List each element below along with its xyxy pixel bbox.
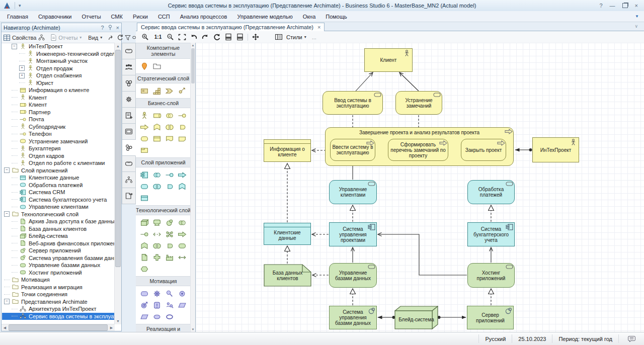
menu-item-9[interactable]: Окна [298,12,321,21]
scroll-up-icon[interactable]: ▲ [115,43,121,49]
palette-section-header[interactable]: Композитные элементы [136,43,191,59]
diagram-node-subd[interactable]: Система управления базами данных [329,306,377,329]
palette-item-comp-b[interactable] [138,169,150,181]
strip-circles-icon[interactable] [122,75,136,92]
tree-item[interactable]: +Отдел снабжения [2,72,115,79]
menu-item-6[interactable]: ССП [153,12,175,21]
palette-item-require-m[interactable] [163,299,176,311]
redo-button[interactable] [200,32,211,42]
tab-diagram[interactable]: Сервис ввода системы в эксплуатацию (Пре… [137,23,325,31]
tree-item[interactable]: Устранение замечаний [2,138,115,145]
tree-item[interactable]: Блейд-система [2,232,115,240]
diagram-node-p1[interactable]: Ввести систему в эксплуатацию [330,139,375,161]
palette-item-object-b[interactable] [138,192,150,204]
diagram-node-upr-kl[interactable]: Управление клиентами [329,180,377,204]
palette-item-servd-b[interactable] [163,181,176,192]
palette-section-header[interactable]: Слой приложений [136,157,191,167]
menu-overflow-dropdown-icon[interactable]: ▼ [635,14,644,19]
diagram-node-info[interactable]: Информация о клиенте [264,139,311,162]
diagram-node-bd-kl[interactable]: База данных клиентов [264,264,311,287]
diagram-node-p3[interactable]: Закрыть проект [461,139,506,161]
export-png-button[interactable] [234,32,246,42]
palette-item-constraint-m[interactable] [176,299,188,311]
scroll-down-icon[interactable]: ▼ [191,327,195,332]
palette-item-node-g[interactable] [138,217,150,228]
scroll-right-icon[interactable]: ▶ [108,324,115,331]
scroll-up-icon[interactable]: ▲ [191,43,195,48]
palette-item-driver-m[interactable] [150,288,163,299]
fit-screen-button[interactable] [177,32,188,42]
palette-item-object-y[interactable] [150,133,163,144]
palette-section-header[interactable]: Реализация и миграция [136,324,191,332]
palette-item-actor-y[interactable] [138,110,150,121]
menu-item-4[interactable]: СМК [106,12,128,21]
tree-item[interactable]: Управление базами данных [2,262,115,269]
diagram-node-p2[interactable]: Сформировать перечень замечаний по проек… [388,139,448,161]
diagram-node-blade[interactable]: Блейд-система [394,306,438,329]
palette-item-func-b[interactable] [176,181,188,192]
tree-item[interactable]: Сервис ввода системы в эксплуатаци [2,313,115,320]
palette-item-servd-g[interactable] [163,240,176,251]
navigator-help-icon[interactable]: ? [101,25,104,31]
tree-item[interactable]: −Технологический слой [2,211,115,218]
palette-section-header[interactable]: Бизнес-слой [136,98,191,108]
palette-item-location-o[interactable] [138,60,150,72]
diagram-node-client[interactable]: Клиент [364,48,413,72]
tree-item[interactable]: −ИнТехПроект [2,43,115,50]
palette-item-syssoft-g[interactable] [163,217,176,228]
zoom-actual-button[interactable]: 1:1 [151,32,165,42]
style-list-button[interactable] [273,32,284,42]
strip-gear-icon[interactable] [122,92,136,108]
palette-item-meaning-y[interactable] [176,133,188,144]
tree-item[interactable]: Телефон [2,130,115,138]
palette-item-repr-y[interactable] [163,133,176,144]
tree-expand-icon[interactable]: + [19,65,25,71]
palette-item-collab-g[interactable] [176,217,188,228]
language-indicator[interactable]: Русский [478,334,512,343]
refresh-icon[interactable] [117,34,123,41]
tree-item[interactable]: Инженерно-технический отдел [2,50,115,58]
palette-item-interact-g[interactable] [150,240,163,251]
palette-item-device-g[interactable] [150,217,163,228]
styles-button[interactable]: Стили [285,34,304,40]
diagram-node-host[interactable]: Хостинг приложений [467,263,515,288]
tree-item[interactable]: Юрист [2,79,115,87]
diagram-node-svc-vvod[interactable]: Ввод системы в эксплуатацию [323,91,383,115]
tree-item[interactable]: Клиент [2,94,115,102]
palette-item-assess-m[interactable] [163,288,176,299]
palette-scrollbar[interactable]: ▲ ▼ [190,43,195,332]
date-indicator[interactable]: 25.10.2023 [512,334,552,343]
tree-item[interactable]: +Отдел продаж [2,65,115,72]
navigator-pin-icon[interactable] [108,25,112,30]
tree-item[interactable]: Партнер [2,109,115,116]
palette-item-material-g[interactable] [138,263,150,275]
tree-item[interactable]: Монтажный участок [2,57,115,65]
tree-item[interactable]: Клиентские данные [2,174,115,182]
palette-item-facility-g[interactable] [163,251,176,263]
help-button[interactable]: ? [599,3,602,9]
tree-item[interactable]: Архив Java доступа к базе данных [2,218,115,225]
refresh-button[interactable] [211,32,222,42]
palette-item-course-t[interactable] [176,85,188,97]
tree-expand-icon[interactable]: − [4,167,10,173]
pan-button[interactable] [250,32,261,42]
palette-item-flow-g[interactable] [176,251,188,263]
tab-close-icon[interactable]: × [317,24,320,30]
tree-item[interactable]: Клиент [2,101,115,109]
navigator-close-icon[interactable]: × [116,25,119,31]
strip-nodes-icon[interactable] [122,140,136,156]
palette-item-stake-m[interactable] [138,288,150,299]
palette-item-rrect-y[interactable] [138,133,150,144]
palette-item-proc-b[interactable] [176,169,188,181]
tree-item[interactable]: −Представления Archimate [2,298,115,306]
palette-item-valuestream-t[interactable] [163,85,176,97]
diagram-canvas[interactable]: КлиентВвод системы в эксплуатациюУстране… [196,43,644,332]
palette-item-func-y[interactable] [150,121,163,133]
reports-icon[interactable] [51,34,56,41]
strip-hierarchy-icon[interactable] [122,172,136,188]
menu-item-8[interactable]: Управление моделью [232,12,297,21]
scroll-down-icon[interactable]: ▼ [115,318,121,324]
reports-dropdown-icon[interactable]: ▾ [79,35,82,40]
scroll-left-icon[interactable]: ◀ [2,324,8,331]
view-button[interactable]: Вид [88,35,99,41]
